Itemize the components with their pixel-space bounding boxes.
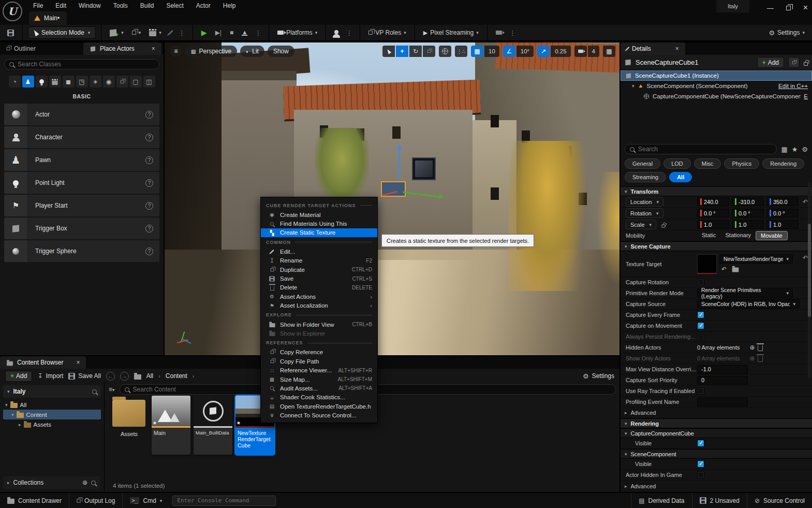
details-search-input[interactable] [638, 146, 772, 153]
skip-button[interactable]: ▶| [212, 27, 225, 38]
menu-actor[interactable]: Actor [190, 1, 217, 11]
scale-y-field[interactable]: 1.0 [732, 220, 764, 229]
clear-array-icon[interactable] [758, 345, 763, 351]
texture-target-dropdown[interactable]: NewTextureRenderTarge▾ [719, 254, 793, 264]
component-row-scene-component[interactable]: ▾ SceneComponent (SceneComponent) Edit i… [621, 81, 812, 91]
view-mode-dropdown[interactable]: ◐Lit [240, 46, 264, 57]
component-row-capture-component[interactable]: CaptureComponentCube (NewSceneCaptureCom… [621, 91, 812, 101]
cb-save-all-button[interactable]: Save All [68, 372, 100, 380]
browse-to-asset-icon[interactable] [732, 267, 739, 272]
console-command-input[interactable] [177, 497, 271, 504]
close-button[interactable]: × [803, 3, 808, 12]
reset-to-default-icon[interactable]: ↶ [803, 254, 808, 262]
menu-item-open-header[interactable]: ▤Open TextureRenderTargetCube.h [261, 402, 377, 411]
help-icon[interactable]: ? [145, 156, 153, 164]
lock-icon[interactable] [804, 62, 808, 66]
menu-item-duplicate[interactable]: DuplicateCTRL+D [261, 265, 377, 274]
cb-add-button[interactable]: +Add [5, 371, 32, 382]
breadcrumb-all[interactable]: All [146, 372, 153, 380]
placeable-actor-row[interactable]: Actor ? [4, 104, 159, 125]
favorites-icon[interactable]: ★ [792, 146, 798, 153]
help-icon[interactable]: ? [145, 111, 153, 119]
tree-item-assets[interactable]: ▸Assets [3, 419, 101, 429]
checkbox-unchecked[interactable] [697, 387, 704, 395]
details-search-box[interactable] [625, 144, 777, 154]
toolbar-overflow-icon[interactable]: ⋮ [176, 29, 187, 37]
source-control-button[interactable]: ⊘Source Control [747, 493, 812, 508]
menu-file[interactable]: File [27, 1, 49, 11]
scale-snap-toggle[interactable]: ↗ [537, 46, 550, 57]
viewport-options-icon[interactable]: ≡ [170, 46, 182, 57]
use-selected-asset-icon[interactable]: ↶ [721, 266, 727, 273]
close-tab-icon[interactable]: × [76, 359, 80, 366]
menu-item-find-materials[interactable]: Find Materials Using This [261, 219, 377, 228]
vp-roles-dropdown[interactable]: VP Roles▾ [365, 27, 409, 38]
tab-outliner[interactable]: Outliner [0, 42, 42, 55]
profiling-event-name-field[interactable] [697, 398, 748, 407]
cb-import-button[interactable]: ↧Import [37, 372, 63, 380]
location-y-field[interactable]: -310.0 [732, 197, 764, 206]
capture-source-dropdown[interactable]: SceneColor (HDR) in RGB, Inv Opacity▾ [697, 299, 800, 309]
stop-button[interactable]: ■ [227, 27, 237, 38]
location-z-field[interactable]: 350.0 [766, 197, 799, 206]
add-component-button[interactable]: +Add [757, 57, 784, 68]
geometry-category-icon[interactable] [116, 76, 128, 88]
level-viewport[interactable]: ≡ ▧Perspective ◐Lit Show + ↻ ⋮∴ ▦ 10 ∠ 1… [165, 42, 619, 355]
collections-bar[interactable]: ▸ Collections ⊕ [3, 476, 100, 489]
menu-item-size-map[interactable]: ▦Size Map...ALT+SHIFT+M [261, 375, 377, 384]
primitive-render-mode-dropdown[interactable]: Render Scene Primitives (Legacy)▾ [697, 288, 793, 298]
section-rendering[interactable]: ▾Rendering [621, 418, 812, 428]
rendering-advanced-row[interactable]: ▸ Advanced [621, 481, 812, 491]
recently-placed-icon[interactable]: ◔ [9, 76, 21, 88]
volumes-category-icon[interactable]: ▢ [130, 76, 142, 88]
play-options-icon[interactable]: ⋮ [253, 29, 263, 37]
search-collections-icon[interactable] [91, 481, 96, 485]
add-actor-button[interactable]: +▾ [107, 25, 127, 40]
menu-item-show-in-folder-view[interactable]: Show in Folder ViewCTRL+B [261, 320, 377, 329]
play-button[interactable]: ▶ [198, 26, 210, 39]
close-tab-icon[interactable]: × [675, 45, 679, 52]
menu-item-save[interactable]: SaveCTRL+S [261, 274, 377, 283]
tab-place-actors[interactable]: Place Actors × [83, 42, 161, 55]
multi-user-options-icon[interactable]: ⋮ [344, 29, 355, 37]
max-view-distance-field[interactable]: -1.0 [697, 365, 748, 374]
menu-help[interactable]: Help [217, 1, 242, 11]
menu-item-create-material[interactable]: ◉Create Material [261, 210, 377, 219]
effects-category-icon[interactable]: ∗ [90, 76, 101, 88]
reset-to-default-icon[interactable]: ↶ [803, 198, 808, 206]
close-tab-icon[interactable]: × [152, 45, 155, 52]
filter-icon[interactable]: ≡▾ [109, 386, 115, 393]
asset-tile-assets-folder[interactable]: Assets [110, 400, 149, 437]
asset-tile-main-builtdata[interactable]: Main_BuiltData [194, 396, 232, 455]
filter-sources-icon[interactable] [92, 389, 97, 394]
menu-select[interactable]: Select [160, 1, 189, 11]
menu-item-rename[interactable]: IRenameF2 [261, 256, 377, 265]
menu-item-delete[interactable]: DeleteDELETE [261, 283, 377, 292]
expand-arrow-icon[interactable]: ▾ [632, 83, 634, 89]
share-options-icon[interactable]: ⋮ [507, 29, 518, 37]
placeable-actor-row[interactable]: Trigger Sphere ? [4, 240, 159, 262]
cinematics-button[interactable]: ▾ [146, 27, 165, 38]
multi-user-button[interactable] [331, 28, 342, 37]
grid-snap-toggle[interactable]: ▦ [471, 46, 483, 57]
tree-item-all[interactable]: ▾All [3, 400, 101, 410]
scale-tool-button[interactable] [423, 46, 435, 57]
media-category-icon[interactable]: ◉ [103, 76, 115, 88]
cb-settings-button[interactable]: ⚙Settings [583, 372, 614, 380]
location-dropdown[interactable]: Location▾ [626, 197, 663, 207]
help-icon[interactable]: ? [145, 134, 153, 141]
move-tool-button[interactable]: + [396, 46, 408, 57]
checkbox-checked[interactable] [697, 460, 704, 468]
menu-item-copy-file-path[interactable]: Copy File Path [261, 357, 377, 366]
camera-speed-value[interactable]: 4 [588, 46, 599, 57]
back-icon[interactable]: ← [106, 372, 115, 381]
placeable-actor-row[interactable]: Point Light ? [4, 172, 159, 194]
restore-button[interactable] [786, 6, 791, 10]
breadcrumb-content[interactable]: Content [166, 372, 187, 380]
scene-capture-advanced-row[interactable]: ▸ Advanced [621, 408, 812, 418]
forward-icon[interactable]: → [120, 372, 129, 381]
asset-tile-main-level[interactable]: * Main [152, 396, 190, 455]
scale-snap-value[interactable]: 0.25 [551, 46, 570, 57]
component-row-instance[interactable]: SceneCaptureCube1 (Instance) [621, 70, 812, 81]
surface-snapping-button[interactable]: ⋮∴ [455, 46, 467, 57]
